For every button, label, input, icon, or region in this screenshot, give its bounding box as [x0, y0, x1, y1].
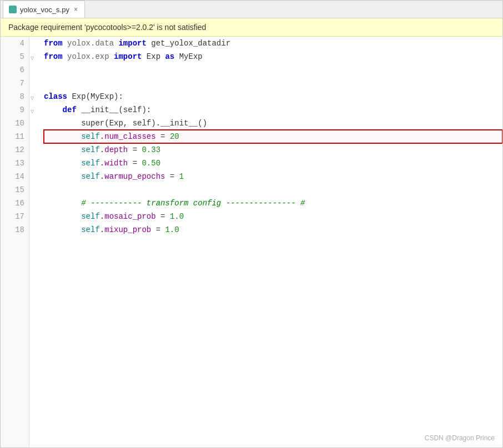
code-token: =	[165, 172, 179, 181]
line-number: 13	[15, 157, 24, 170]
code-token: width	[104, 159, 128, 168]
code-token: =	[156, 212, 170, 221]
code-token: self	[44, 145, 100, 154]
gutter-line: ▽	[29, 103, 41, 117]
line-numbers: 456789101112131415161718	[1, 37, 29, 447]
code-line: super(Exp, self).__init__()	[44, 117, 502, 130]
code-token: self	[123, 105, 142, 114]
code-token: mixup_prob	[104, 225, 151, 234]
code-token: yolox.data	[67, 39, 118, 48]
code-token: .	[100, 212, 104, 221]
gutter-line	[29, 210, 41, 223]
code-token: .	[100, 145, 104, 154]
code-token: num_classes	[104, 132, 155, 141]
code-line: class Exp(MyExp):	[44, 90, 502, 103]
line-number: 6	[20, 63, 24, 77]
code-token: depth	[104, 145, 128, 154]
line-number: 16	[15, 197, 24, 210]
code-token: .	[100, 132, 104, 141]
code-line: self.depth = 0.33	[44, 143, 502, 157]
code-token: super	[44, 119, 104, 128]
code-line: def __init__(self):	[44, 103, 502, 117]
code-token	[44, 105, 63, 114]
code-token: (	[104, 119, 109, 128]
line-number: 10	[15, 117, 24, 130]
code-line	[44, 183, 502, 197]
file-tab[interactable]: yolox_voc_s.py ×	[3, 1, 85, 18]
code-token: Exp	[72, 92, 85, 101]
gutter-line: ▽	[29, 90, 41, 103]
code-token: .	[100, 225, 104, 234]
code-token: ):	[114, 92, 123, 101]
code-token: 0.33	[142, 145, 160, 154]
code-token: ):	[142, 105, 151, 114]
gutter-line	[29, 170, 41, 183]
code-token: (	[118, 105, 123, 114]
code-area: 456789101112131415161718 ▽▽▽ from yolox.…	[1, 37, 502, 447]
gutter-line	[29, 183, 41, 197]
line-number: 7	[20, 77, 24, 90]
warning-text: Package requirement 'pycocotools>=2.0.2'…	[8, 23, 206, 32]
code-token: as	[165, 52, 179, 61]
code-token: 1	[179, 172, 184, 181]
editor-window: yolox_voc_s.py × Package requirement 'py…	[0, 0, 503, 448]
code-token: MyExp	[90, 92, 114, 101]
code-line: self.warmup_epochs = 1	[44, 170, 502, 183]
code-token: 1.0	[165, 225, 179, 234]
code-content: from yolox.data import get_yolox_datadir…	[41, 37, 502, 447]
code-token: __init__	[160, 119, 198, 128]
code-token: def	[63, 105, 82, 114]
code-token: ()	[198, 119, 207, 128]
line-number: 5	[20, 50, 24, 63]
line-number: 17	[15, 210, 24, 223]
code-line: self.mixup_prob = 1.0	[44, 223, 502, 236]
gutter-line	[29, 130, 41, 143]
code-token: =	[156, 132, 170, 141]
code-token: 1.0	[170, 212, 184, 221]
code-line: from yolox.data import get_yolox_datadir	[44, 37, 502, 50]
line-number: 12	[15, 143, 24, 157]
gutter-line	[29, 63, 41, 77]
code-token: MyExp	[179, 52, 203, 61]
gutter-line: ▽	[29, 50, 41, 63]
code-token: self	[44, 225, 100, 234]
code-token: (	[86, 92, 90, 101]
gutter-line	[29, 157, 41, 170]
line-number: 8	[20, 90, 24, 103]
line-number: 14	[15, 170, 24, 183]
gutter-line	[29, 143, 41, 157]
gutter-line	[29, 37, 41, 50]
code-line: from yolox.exp import Exp as MyExp	[44, 50, 502, 63]
code-line: # ----------- transform config ---------…	[44, 197, 502, 210]
code-token: from	[44, 52, 67, 61]
code-token: __init__	[81, 105, 118, 114]
line-number: 18	[15, 223, 24, 236]
code-line: self.mosaic_prob = 1.0	[44, 210, 502, 223]
python-file-icon	[9, 6, 17, 13]
tab-bar: yolox_voc_s.py ×	[1, 1, 502, 18]
line-number: 15	[15, 183, 24, 197]
gutter: ▽▽▽	[29, 37, 41, 447]
code-line: self.width = 0.50	[44, 157, 502, 170]
gutter-line	[29, 197, 41, 210]
code-token: ).	[151, 119, 160, 128]
line-number: 11	[15, 130, 24, 143]
code-token: import	[114, 52, 147, 61]
code-line	[44, 77, 502, 90]
code-token: Exp	[147, 52, 165, 61]
code-token: class	[44, 92, 72, 101]
code-token: 0.50	[142, 159, 160, 168]
code-token: import	[118, 39, 151, 48]
code-token: mosaic_prob	[104, 212, 155, 221]
code-token: =	[151, 225, 165, 234]
code-token: =	[128, 145, 142, 154]
watermark: CSDN @Dragon Prince	[425, 434, 495, 442]
warning-bar: Package requirement 'pycocotools>=2.0.2'…	[1, 18, 502, 37]
code-token: .	[100, 159, 104, 168]
code-token: self	[44, 172, 100, 181]
line-number: 4	[20, 37, 24, 50]
code-token: self	[44, 159, 100, 168]
gutter-line	[29, 117, 41, 130]
code-line	[44, 63, 502, 77]
tab-close-button[interactable]: ×	[73, 6, 79, 13]
